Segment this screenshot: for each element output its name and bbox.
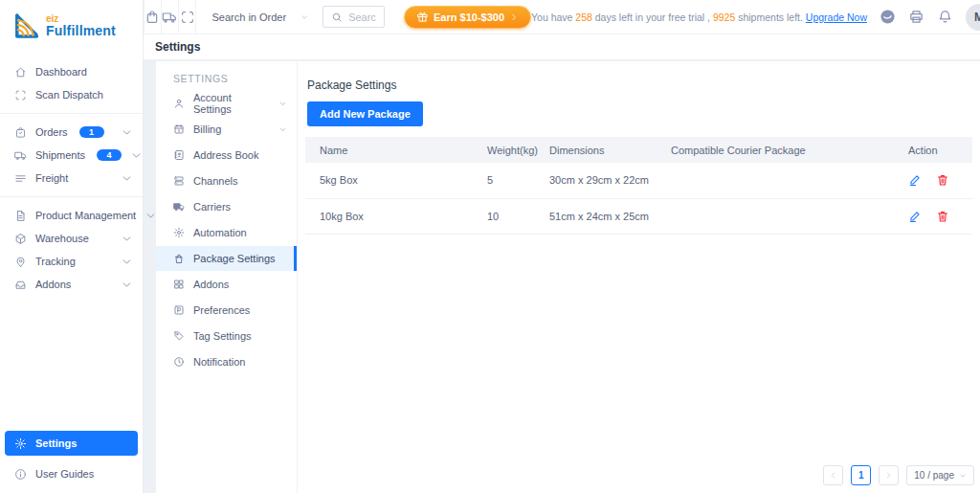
delete-trash-icon[interactable] <box>936 210 949 223</box>
cell-action <box>908 198 972 234</box>
chevron-down-icon <box>121 279 133 291</box>
settings-nav-item-carriers[interactable]: Carriers <box>156 194 297 219</box>
prev-page-button[interactable] <box>823 465 843 485</box>
table-row: 5kg Box530cm x 29cm x 22cm <box>305 163 972 198</box>
next-page-button[interactable] <box>879 465 899 485</box>
brand-name: Fulfillment <box>46 24 116 38</box>
divider <box>0 196 143 197</box>
sidebar-item-scan-dispatch[interactable]: Scan Dispatch <box>0 83 143 106</box>
inbox-icon <box>14 279 27 291</box>
automation-gear-icon <box>173 227 185 238</box>
package-table: NameWeight(kg)DimensionsCompatible Couri… <box>305 137 972 235</box>
carrier-truck-icon <box>173 201 185 213</box>
sidebar-item-label: Tracking <box>35 256 76 267</box>
trial-days: 258 <box>575 11 592 23</box>
sidebar-item-shipments[interactable]: Shipments4 <box>0 144 143 167</box>
settings-nav-item-preferences[interactable]: Preferences <box>156 298 297 323</box>
chevron-down-icon <box>121 126 133 139</box>
app-window: eiz Fulfillment DashboardScan DispatchOr… <box>0 0 980 493</box>
brand-logo[interactable]: eiz Fulfillment <box>0 0 143 50</box>
sidebar-item-orders[interactable]: Orders1 <box>0 121 143 144</box>
bell-icon[interactable] <box>937 9 953 25</box>
delete-trash-icon[interactable] <box>936 173 949 187</box>
divider <box>0 113 143 114</box>
column-header-weight-kg: Weight(kg) <box>487 137 549 163</box>
page-size-label: 10 / page <box>914 470 954 481</box>
settings-nav-item-billing[interactable]: Billing <box>156 117 297 142</box>
sidebar-item-label: Addons <box>35 279 71 290</box>
shipments-tool-button[interactable] <box>162 0 179 34</box>
sidebar-item-label: Scan Dispatch <box>35 89 103 101</box>
settings-nav-item-label: Account Settings <box>193 92 270 115</box>
orders-tool-button[interactable] <box>144 0 162 34</box>
sidebar-item-product-management[interactable]: Product Management <box>0 204 143 227</box>
settings-nav-item-addons[interactable]: Addons <box>156 272 297 297</box>
sidebar-item-dashboard[interactable]: Dashboard <box>0 60 143 83</box>
settings-nav-item-label: Tag Settings <box>193 330 252 342</box>
search-icon <box>331 11 343 23</box>
sidebar-item-label: Warehouse <box>35 233 89 244</box>
page-size-select[interactable]: 10 / page <box>906 465 974 485</box>
scan-icon <box>14 89 27 101</box>
chevron-down-icon <box>959 472 967 480</box>
sidebar-item-label: Freight <box>35 172 68 184</box>
sidebar-item-addons[interactable]: Addons <box>0 273 143 296</box>
cell-dimensions: 30cm x 29cm x 22cm <box>549 163 671 198</box>
search-box <box>323 6 385 28</box>
scan-tool-button[interactable] <box>179 0 196 34</box>
cell-weight: 10 <box>487 198 549 234</box>
tag-icon <box>173 330 185 342</box>
edit-pencil-icon[interactable] <box>908 173 922 187</box>
sidebar-item-label: Shipments <box>35 149 85 161</box>
addons-grid-icon <box>173 279 185 290</box>
settings-card: SETTINGS Account SettingsBillingAddress … <box>156 61 980 493</box>
settings-nav-item-address-book[interactable]: Address Book <box>156 143 297 168</box>
topbar: Search in Order Earn $10-$300 You have 2… <box>144 0 980 34</box>
sidebar-item-settings[interactable]: Settings <box>5 431 138 456</box>
earn-button[interactable]: Earn $10-$300 <box>404 6 531 29</box>
address-book-icon <box>173 149 185 161</box>
add-new-package-button[interactable]: Add New Package <box>307 101 423 126</box>
scan-icon <box>180 10 195 25</box>
settings-nav-item-label: Notification <box>193 356 245 368</box>
support-icon[interactable] <box>880 9 896 25</box>
home-icon <box>14 66 27 78</box>
sidebar-item-label: Orders <box>35 126 68 138</box>
settings-nav-item-tag-settings[interactable]: Tag Settings <box>156 324 297 348</box>
earn-button-label: Earn $10-$300 <box>434 11 504 23</box>
notification-clock-icon <box>173 356 185 368</box>
settings-nav-item-label: Carriers <box>193 201 231 213</box>
cell-dimensions: 51cm x 24cm x 25cm <box>549 198 671 234</box>
chevron-down-icon <box>130 149 143 162</box>
edit-pencil-icon[interactable] <box>908 210 922 223</box>
location-pin-icon <box>14 256 27 268</box>
pagination: 1 10 / page <box>823 465 974 485</box>
user-avatar[interactable]: M <box>966 4 980 31</box>
upgrade-now-link[interactable]: Upgrade Now <box>806 11 867 23</box>
column-header-dimensions: Dimensions <box>549 137 671 163</box>
settings-nav-item-account-settings[interactable]: Account Settings <box>156 91 297 116</box>
settings-nav-item-automation[interactable]: Automation <box>156 220 297 245</box>
printer-icon[interactable] <box>908 9 924 25</box>
sidebar-item-freight[interactable]: Freight <box>0 167 143 190</box>
search-input[interactable] <box>348 11 376 23</box>
settings-nav-item-package-settings[interactable]: Package Settings <box>156 246 297 271</box>
page-number-button[interactable]: 1 <box>851 465 871 485</box>
chevron-left-icon <box>829 471 837 480</box>
cell-compatible <box>671 163 908 198</box>
sidebar-item-warehouse[interactable]: Warehouse <box>0 227 143 250</box>
info-circle-icon <box>14 468 27 481</box>
chevron-down-icon <box>121 256 133 268</box>
sidebar: eiz Fulfillment DashboardScan DispatchOr… <box>0 0 144 493</box>
document-icon <box>14 210 27 222</box>
sidebar-item-user-guides[interactable]: User Guides <box>0 462 143 485</box>
sidebar-item-tracking[interactable]: Tracking <box>0 250 143 273</box>
cell-name: 5kg Box <box>305 163 487 198</box>
settings-nav-item-notification[interactable]: Notification <box>156 349 297 374</box>
search-scope-dropdown[interactable]: Search in Order <box>196 11 323 23</box>
gift-icon <box>416 11 429 23</box>
settings-nav-item-channels[interactable]: Channels <box>156 168 297 193</box>
trial-shipments: 9925 <box>713 11 735 23</box>
sidebar-bottom-nav: SettingsUser Guides <box>0 431 143 493</box>
settings-nav-item-label: Addons <box>193 279 229 290</box>
